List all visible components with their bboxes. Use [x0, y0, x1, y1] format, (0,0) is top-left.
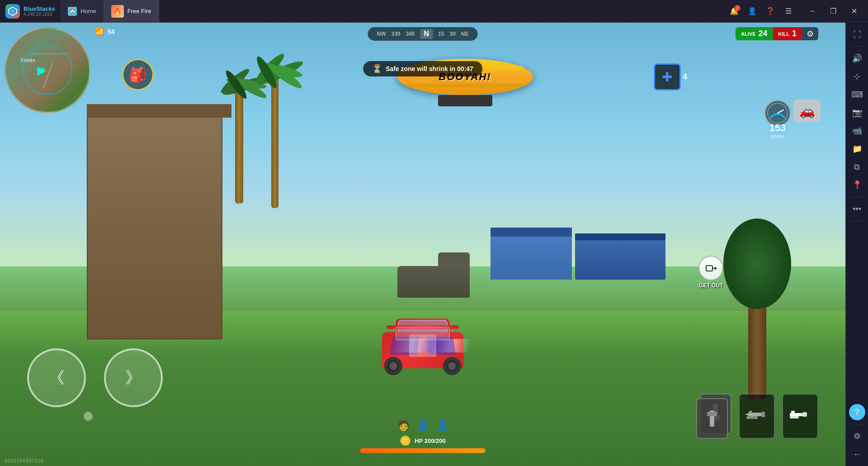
- bag-icon: 🎒: [129, 66, 147, 83]
- speed-indicator: 153 KM/H: [764, 100, 791, 139]
- minimize-btn[interactable]: −: [802, 0, 823, 23]
- steer-right-button[interactable]: 》: [104, 348, 163, 407]
- character-icons: 🧑 👤 👤: [397, 420, 448, 432]
- keyboard-icon[interactable]: ⌨: [849, 86, 865, 103]
- close-btn[interactable]: ✕: [844, 0, 864, 23]
- hp-bar-container: [359, 448, 486, 453]
- svg-rect-17: [790, 416, 799, 418]
- player-car: [373, 319, 472, 377]
- bluestacks-icon: [5, 4, 20, 19]
- menu-btn[interactable]: ☰: [780, 3, 797, 19]
- get-out-button[interactable]: GET OUT: [698, 256, 723, 289]
- account-btn[interactable]: 👤: [744, 3, 760, 19]
- svg-rect-12: [746, 416, 758, 419]
- video-record-icon[interactable]: 📹: [849, 123, 865, 139]
- game-tab[interactable]: 🔥 Free Fire: [104, 0, 159, 22]
- blue-building-2: [575, 239, 665, 280]
- wifi-icon: 📶: [95, 27, 104, 36]
- svg-marker-1: [10, 9, 15, 14]
- home-tab-label: Home: [80, 8, 96, 14]
- safezone-warning: ⏳ Safe zone will shrink in 00:47: [363, 61, 482, 76]
- bluestacks-logo[interactable]: BlueStacks 4.240.20.1016: [0, 0, 61, 22]
- building-roof: [87, 104, 231, 118]
- settings-sidebar-icon[interactable]: ⚙: [849, 428, 865, 444]
- hp-bar: 🧑 👤 👤 🪙 HP 200/200: [359, 420, 486, 453]
- compass-north: N: [420, 29, 433, 39]
- weapon-2-icon: [789, 407, 811, 426]
- alive-count: 24: [759, 29, 768, 38]
- speed-unit: KM/H: [771, 134, 784, 139]
- back-icon[interactable]: ←: [849, 446, 865, 462]
- cursor-mode-icon[interactable]: ⊹: [849, 68, 865, 85]
- compass-330: 330: [391, 31, 400, 37]
- kill-section: KILL 1: [773, 27, 802, 40]
- alive-label: ALIVE: [741, 31, 755, 37]
- steer-center-dot: [84, 412, 93, 421]
- weapon-slot-2[interactable]: [782, 394, 818, 439]
- hp-text: HP 200/200: [415, 437, 445, 444]
- safezone-text: Safe zone will shrink in 00:47: [386, 65, 473, 72]
- car-hud-icon: 🚗: [793, 100, 821, 122]
- safezone-icon: ⏳: [372, 64, 382, 74]
- right-sidebar: ⛶ 🔊 ⊹ ⌨ 📷 📹 📁 ⧉ 📍 ••• ? ⚙ ←: [845, 23, 868, 466]
- folder-icon[interactable]: 📁: [849, 141, 865, 157]
- accelerate-icon: [705, 409, 719, 428]
- titlebar: BlueStacks 4.240.20.1016 🏠 Home 🔥 Free F…: [0, 0, 868, 23]
- more-options-icon[interactable]: •••: [849, 201, 865, 217]
- minimap-signal-bar: 📶 54: [95, 27, 115, 36]
- compass-15: 15: [438, 31, 444, 37]
- help-btn[interactable]: ❓: [762, 3, 778, 19]
- minimap[interactable]: Fields: [5, 27, 90, 113]
- hud-settings-icon[interactable]: ⚙: [802, 27, 818, 40]
- svg-rect-11: [749, 411, 752, 414]
- alive-section: ALIVE 24: [736, 27, 773, 40]
- svg-rect-16: [791, 411, 795, 414]
- health-kit-icon: ✚: [654, 63, 681, 90]
- palm-tree-1: [235, 77, 243, 204]
- steer-left-button[interactable]: 《: [27, 348, 86, 407]
- svg-rect-4: [706, 266, 712, 271]
- tree-right: [723, 219, 791, 399]
- accelerate-pedal[interactable]: [696, 398, 728, 439]
- tree-canopy-right: [723, 219, 791, 309]
- screenshot-icon[interactable]: 📷: [849, 105, 865, 121]
- svg-rect-14: [790, 413, 802, 416]
- inventory-bag-button[interactable]: 🎒: [122, 59, 154, 90]
- car-wheel-front-right: [443, 357, 461, 375]
- weapon-slot-1[interactable]: [739, 394, 775, 439]
- health-kit-slot[interactable]: ✚ 4: [654, 63, 687, 90]
- palm-tree-2: [271, 63, 278, 208]
- car-wheel-front-left: [384, 357, 402, 375]
- character-icon-2: 👤: [417, 420, 429, 432]
- get-out-icon: [698, 256, 723, 281]
- sidebar-separator-4: [850, 424, 864, 424]
- layers-icon[interactable]: ⧉: [849, 159, 865, 175]
- health-kit-count: 4: [683, 72, 687, 82]
- titlebar-controls: 🔔 2 👤 ❓ ☰ − ❐ ✕: [726, 0, 868, 22]
- location-icon[interactable]: 📍: [849, 177, 865, 193]
- game-area[interactable]: BOOYAH!: [0, 23, 845, 466]
- home-tab[interactable]: 🏠 Home: [61, 0, 104, 22]
- hp-coin-icon: 🪙: [400, 435, 411, 446]
- notification-btn[interactable]: 🔔 2: [726, 3, 742, 19]
- svg-rect-10: [761, 412, 765, 417]
- help-sidebar-icon[interactable]: ?: [849, 404, 865, 420]
- svg-rect-19: [707, 412, 717, 416]
- restore-btn[interactable]: ❐: [823, 0, 844, 23]
- character-icon-3: 👤: [436, 420, 448, 432]
- sidebar-separator-1: [850, 46, 864, 47]
- compass-ne: NE: [461, 31, 469, 37]
- kill-label: KILL: [778, 31, 789, 37]
- svg-line-3: [778, 110, 783, 113]
- alive-kill-counter: ALIVE 24 KILL 1 ⚙: [736, 27, 818, 40]
- hp-label-row: 🪙 HP 200/200: [400, 435, 445, 446]
- game-icon: 🔥: [111, 5, 124, 18]
- compass-nw: NW: [377, 31, 386, 37]
- blue-building-roof: [491, 228, 572, 237]
- volume-icon[interactable]: 🔊: [849, 50, 865, 67]
- compass-345: 345: [406, 31, 415, 37]
- blue-building: [491, 234, 572, 280]
- weapon-1-icon: [745, 407, 768, 426]
- expand-sidebar-icon[interactable]: ⛶: [849, 26, 865, 43]
- kill-count: 1: [792, 29, 797, 38]
